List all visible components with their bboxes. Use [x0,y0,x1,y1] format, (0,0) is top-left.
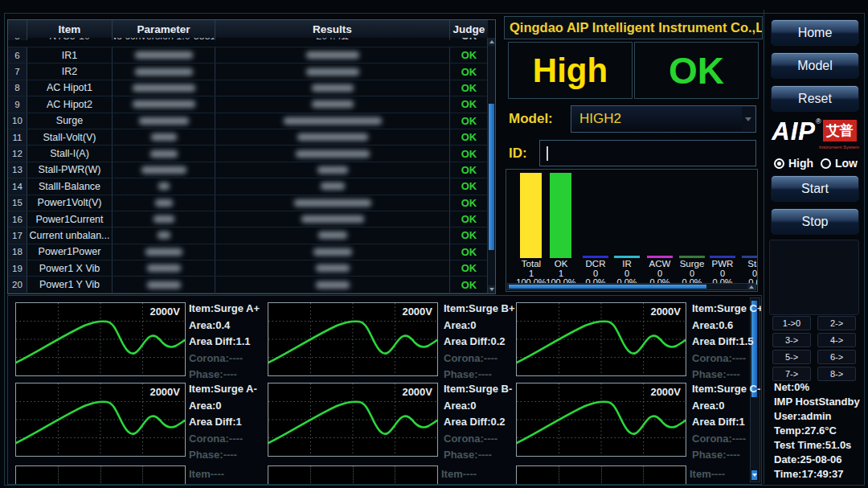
model-select[interactable]: HIGH2 [571,105,756,133]
id-label: ID: [509,140,527,166]
radio-low-dot[interactable] [821,158,831,169]
bar-zero-strip [679,256,705,258]
item-cell: IR1 [27,47,113,63]
scope-info: Item:Surge C-Area:0Area Diff:1Corona:---… [692,383,762,465]
table-row[interactable]: 6IR1OK [8,47,488,64]
chevron-down-icon[interactable] [742,107,755,131]
reset-button[interactable]: Reset [771,85,859,112]
table-row[interactable]: 10SurgeOK [8,113,488,129]
scope-info: Item:Surge C+Area:0.6Area Diff:1.5Corona… [692,302,762,385]
item-cell: AC Hipot2 [27,96,113,112]
table-row[interactable]: 19Power1 X VibOK [8,260,488,277]
model-button[interactable]: Model [771,52,859,79]
scroll-right-icon[interactable] [747,284,755,289]
scope-info: Item:Surge A-Area:0Area Diff:1Corona:---… [189,383,273,465]
home-button[interactable]: Home [771,19,859,46]
bar [550,173,571,258]
bar-label: PWR [706,259,739,269]
results-cell-redacted [215,113,450,129]
table-row-partial[interactable]: 5NTC5-10No conversion 1.0-555Ω204.4ΩOK [8,38,488,47]
bar-zero-strip [614,256,640,258]
id-input[interactable] [539,140,756,166]
scope-voltage-label: 2000V [149,306,180,318]
parameter-cell-redacted [113,178,215,194]
table-row[interactable]: 14StallI-BalanceOK [8,178,488,195]
table-row[interactable]: 20Power1 Y VibOK [8,277,488,293]
keypad-button-4[interactable]: 4-> [817,333,856,347]
chart-horizontal-scrollbar[interactable] [507,283,756,290]
bar-column: Sta00.0 [739,170,758,289]
radio-high-dot[interactable] [774,158,784,169]
radio-high[interactable]: High [774,157,813,170]
parameter-cell-redacted [113,113,215,129]
table-row[interactable]: 16Power1CurrentOK [8,211,488,228]
table-row[interactable]: 17Current unbalan...OK [8,228,488,244]
table-row[interactable]: 15Power1Volt(V)OK [8,195,488,211]
rownum-cell: 10 [8,113,27,129]
message-panel [769,240,859,315]
scope-info-line: Phase:---- [189,449,273,465]
keypad-button-7[interactable]: 7-> [772,367,811,381]
scroll-down-icon[interactable] [488,285,495,293]
scope-clipped-label: Item---- [441,468,477,480]
keypad-button-5[interactable]: 5-> [772,350,811,364]
rownum-cell: 12 [8,146,27,161]
stop-button[interactable]: Stop [771,208,859,235]
parameter-cell-redacted [113,64,215,79]
scope-voltage-label: 2000V [402,386,432,398]
table-row[interactable]: 12Stall-I(A)OK [8,146,488,162]
scroll-down-icon[interactable] [751,470,757,480]
results-table: Item Parameter Results Judge 5NTC5-10No … [7,19,496,294]
judge-cell: OK [450,228,488,243]
table-row[interactable]: 11Stall-Volt(V)OK [8,129,488,146]
scroll-up-icon[interactable] [488,38,495,46]
scope-info-line: Area Diff:1 [692,416,762,433]
results-cell-redacted [215,195,450,211]
status-line: IMP HostStandby [774,396,860,410]
judge-cell: OK [450,38,488,40]
col-header-judge: Judge [450,20,488,38]
keypad-button-8[interactable]: 8-> [817,367,856,381]
surge-scope: 2000V [516,383,686,457]
table-scrollbar-thumb[interactable] [489,104,494,250]
scope-info-line: Item:Surge C+ [692,302,762,319]
scope-info-line: Corona:---- [692,433,762,449]
aip-logo-text: AIP [772,117,816,146]
table-scrollbar[interactable] [487,38,495,293]
keypad-button-6[interactable]: 6-> [817,350,856,364]
keypad-button-1[interactable]: 1->0 [772,316,811,330]
scope-info-line: Item:Surge A- [189,383,273,400]
scope-info-line: Corona:---- [189,433,273,449]
item-cell: Current unbalan... [27,228,113,243]
table-row[interactable]: 7IR2OK [8,64,488,80]
table-row[interactable]: 18Power1PowerOK [8,244,488,260]
bar-column: PWR00.0% [706,170,739,289]
surge-scope: 2000V [15,383,186,457]
start-button[interactable]: Start [771,175,859,202]
col-header-results: Results [215,20,450,38]
results-cell-redacted [215,64,450,79]
table-row[interactable]: 9AC Hipot2OK [8,96,488,113]
parameter-cell-redacted [113,195,215,211]
cell: 204.4Ω [215,38,450,40]
radio-low[interactable]: Low [821,157,858,170]
aip-logo-subtext: Instrument System [819,145,859,150]
keypad-button-2[interactable]: 2-> [817,316,856,330]
statistics-bar-chart: Total1100.0%OK1100.0%DCR00.0%IR00.0%ACW0… [506,169,758,292]
table-row[interactable]: 8AC Hipot1OK [8,80,488,96]
results-cell-redacted [215,96,450,112]
bar-column: ACW00.0% [644,170,676,289]
judge-banner: OK [634,42,759,99]
table-row[interactable]: 13Stall-PWR(W)OK [8,162,488,178]
chart-scrollbar-thumb[interactable] [509,285,706,289]
item-cell: Surge [27,113,113,129]
item-cell: IR2 [27,64,113,79]
model-label: Model: [509,103,553,135]
radio-low-label: Low [835,157,858,170]
bar-label: Surge [676,259,708,269]
parameter-cell-redacted [113,211,215,227]
keypad-button-3[interactable]: 3-> [772,333,811,347]
scope-info-line: Area:0.4 [189,319,273,336]
bar-label: IR [611,259,643,269]
cell: 5 [8,38,27,40]
